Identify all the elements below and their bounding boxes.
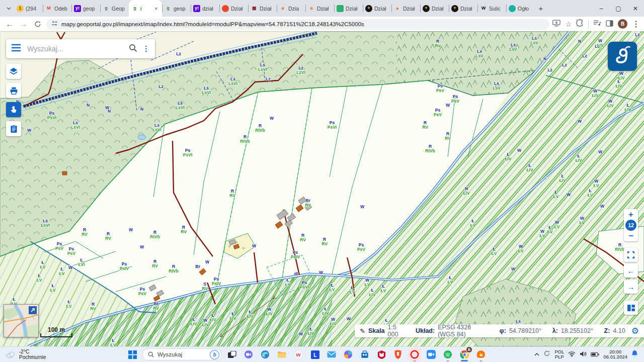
wifi-icon[interactable]	[568, 350, 576, 359]
taskbar-app-brave[interactable]	[391, 348, 405, 361]
tab-favicon: y!	[74, 5, 81, 12]
address-bar[interactable]: mapy.geoportal.gov.pl/imapnext/imap/inde…	[46, 19, 549, 30]
browser-tab[interactable]: y!geop	[71, 0, 100, 17]
map-viewport[interactable]: LzLsLsVILsLsVILzLzLzVILsLsVILsLsVILzLsLs…	[0, 31, 644, 346]
taskbar-app-taskview[interactable]	[225, 348, 238, 361]
bing-icon: b	[210, 350, 219, 359]
tab-close-icon[interactable]: ×	[154, 6, 159, 12]
geoportal-logo[interactable]	[608, 42, 637, 71]
browser-tab[interactable]: aDział	[305, 0, 334, 17]
taskbar-app-mcafee[interactable]	[375, 348, 388, 361]
search-icon[interactable]	[129, 44, 137, 54]
edit-scale-icon[interactable]: ✎	[360, 327, 365, 335]
taskbar-app-mail[interactable]	[325, 348, 338, 361]
taskbar-app-chrome[interactable]: B	[458, 348, 471, 361]
site-info-icon[interactable]	[51, 20, 58, 29]
taskbar-weather[interactable]: -2°C Pochmurnie	[0, 349, 126, 360]
zoom-out-button[interactable]: −	[628, 232, 633, 239]
map-search-input[interactable]	[26, 44, 124, 53]
reload-button[interactable]	[32, 19, 43, 30]
browser-tab[interactable]: 1(294	[14, 0, 43, 17]
browser-tab[interactable]: ▦Dział	[248, 0, 277, 17]
taskbar-app-edge[interactable]	[259, 348, 272, 361]
map-status-bar: ✎ Skala 1:5 000 Układ: EPSG 4326 (WGS 84…	[355, 324, 644, 337]
minimize-button[interactable]: –	[593, 5, 610, 12]
clipboard-button[interactable]	[6, 121, 21, 136]
taskbar-search[interactable]: Wyszukaj b	[142, 348, 222, 360]
side-panel-icon[interactable]	[606, 20, 613, 29]
tab-search-chevron-icon[interactable]	[3, 3, 14, 14]
next-view-button[interactable]: →	[624, 280, 638, 294]
back-button[interactable]: ←	[4, 19, 15, 30]
browser-window: 1(294MOdeby!geopgGeopgi×ggeopy!działDzia…	[0, 0, 644, 362]
map-label: N	[543, 56, 546, 61]
browser-tab[interactable]: y!dział	[191, 0, 219, 17]
browser-tab[interactable]: ggeop	[162, 0, 191, 17]
taskbar-app-opera[interactable]	[408, 348, 421, 361]
map-label: W	[270, 116, 274, 121]
layers-button[interactable]	[6, 64, 21, 79]
taskbar-app-wp[interactable]: W	[292, 348, 305, 361]
map-label: W	[319, 270, 324, 275]
browser-tab[interactable]: Dział	[219, 0, 248, 17]
browser-tab[interactable]: +Dział	[449, 0, 477, 17]
map-label: W	[129, 227, 133, 232]
map-label: W	[598, 149, 603, 154]
taskbar-app-copilot[interactable]	[342, 348, 355, 361]
touch-tool-button[interactable]	[6, 102, 21, 117]
extensions-icon[interactable]	[576, 19, 584, 29]
browser-tab[interactable]: Ogło	[506, 0, 535, 17]
fullscreen-button[interactable]	[624, 248, 638, 262]
scale-value: 1:5 000	[388, 324, 405, 338]
close-button[interactable]: ✕	[627, 5, 644, 12]
start-button[interactable]	[126, 348, 139, 361]
forward-button[interactable]: →	[18, 19, 29, 30]
new-tab-button[interactable]: +	[535, 3, 547, 15]
profile-avatar[interactable]: B	[618, 19, 627, 29]
browser-tab[interactable]: gi×	[129, 0, 162, 17]
cadastral-map[interactable]: LzLsLsVILsLsVILzLzLzVILsLsVILsLsVILzLsLs…	[0, 31, 644, 346]
maximize-button[interactable]: ▢	[610, 5, 627, 12]
zoom-in-button[interactable]: +	[628, 211, 633, 218]
browser-tab[interactable]: aDzia	[277, 0, 305, 17]
tab-title: Ogło	[518, 6, 532, 12]
hamburger-menu-icon[interactable]	[11, 44, 21, 54]
media-controls-icon[interactable]	[593, 20, 601, 29]
browser-tab[interactable]: MOdeb	[43, 0, 71, 17]
language-indicator[interactable]: POLPLP	[554, 349, 564, 359]
previous-view-button[interactable]: ←	[624, 263, 638, 278]
browser-tab[interactable]: ▲Dział	[391, 0, 420, 17]
notification-bell-icon[interactable]	[631, 350, 638, 359]
browser-tab[interactable]: gGeop	[100, 0, 129, 17]
taskbar-app-folder[interactable]	[275, 348, 288, 361]
battery-icon[interactable]	[591, 350, 599, 359]
sync-icon[interactable]	[543, 350, 550, 359]
map-label: W	[360, 204, 365, 209]
browser-tab[interactable]: +Dział	[363, 0, 391, 17]
search-options-kebab-icon[interactable]: ⋮	[142, 44, 150, 53]
clock[interactable]: 20:0006.01.2024	[603, 349, 627, 359]
taskbar-app-chat[interactable]	[242, 348, 255, 361]
bookmark-star-icon[interactable]: ☆	[565, 20, 572, 28]
building-residential	[62, 171, 67, 175]
tab-favicon: g	[103, 5, 110, 12]
browser-tab[interactable]: +Dział	[420, 0, 449, 17]
taskbar-app-libre[interactable]: L	[308, 348, 321, 361]
taskbar-app-spotify[interactable]	[441, 348, 454, 361]
tray-chevron-icon[interactable]	[534, 352, 539, 357]
split-view-button[interactable]	[624, 301, 638, 315]
taskbar-app-store[interactable]	[358, 348, 371, 361]
overview-minimap[interactable]	[4, 304, 39, 337]
menu-kebab-icon[interactable]: ⋮	[632, 19, 640, 29]
volume-icon[interactable]	[580, 350, 587, 359]
print-button[interactable]	[6, 83, 21, 98]
taskbar-app-zoomapp[interactable]	[425, 348, 438, 361]
taskbar-app-avast[interactable]	[474, 348, 488, 361]
browser-tab[interactable]: WSulic	[477, 0, 506, 17]
install-icon[interactable]	[552, 20, 560, 29]
browser-tab[interactable]: Dział	[334, 0, 363, 17]
tab-favicon: y!	[193, 5, 200, 12]
settings-gear-icon[interactable]: ⚙	[631, 326, 639, 336]
expand-minimap-icon[interactable]	[29, 306, 37, 314]
tab-title: Odeb	[54, 6, 69, 12]
